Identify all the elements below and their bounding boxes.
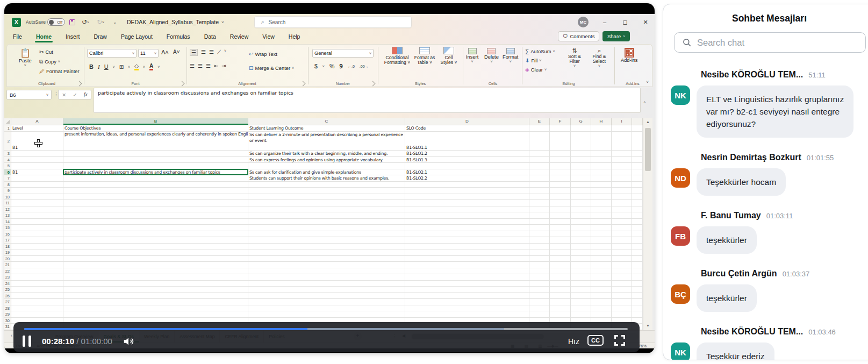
addins-button[interactable]: Add-ins xyxy=(621,48,638,63)
pause-button[interactable] xyxy=(23,336,31,347)
cell-11[interactable] xyxy=(632,200,643,206)
cell-A24[interactable] xyxy=(11,281,63,287)
cell-B20[interactable] xyxy=(63,256,248,262)
row-header-10[interactable]: 10 xyxy=(4,194,11,201)
cell-1[interactable] xyxy=(632,125,643,132)
cell-E27[interactable] xyxy=(529,299,550,305)
cell-A9[interactable] xyxy=(11,188,63,194)
cell-I16[interactable] xyxy=(612,231,632,238)
cell-G13[interactable] xyxy=(571,212,591,219)
cell-G20[interactable] xyxy=(571,256,591,262)
cell-D3[interactable]: B1-SLO1.2 xyxy=(405,151,529,157)
row-header-28[interactable]: 28 xyxy=(4,305,11,312)
scroll-down-icon[interactable]: ▼ xyxy=(643,324,652,327)
formula-bar[interactable]: participate actively in classroom discus… xyxy=(94,88,641,113)
cell-26[interactable] xyxy=(632,293,643,299)
column-header-F[interactable]: F xyxy=(550,118,571,125)
scroll-up-icon[interactable]: ▲ xyxy=(643,120,652,124)
row-header-30[interactable]: 30 xyxy=(4,318,11,324)
cell-C11[interactable] xyxy=(248,200,405,206)
cell-A6[interactable]: B1 xyxy=(11,169,63,176)
cell-H4[interactable] xyxy=(591,157,612,163)
cell-I20[interactable] xyxy=(612,256,632,262)
cell-C26[interactable] xyxy=(248,293,405,299)
row-header-16[interactable]: 16 xyxy=(4,231,11,238)
cell-G23[interactable] xyxy=(571,274,591,281)
cell-H22[interactable] xyxy=(591,268,612,275)
cell-14[interactable] xyxy=(632,219,643,225)
menu-tab-data[interactable]: Data xyxy=(203,33,217,40)
cell-20[interactable] xyxy=(632,256,643,262)
cell-G10[interactable] xyxy=(571,194,591,201)
cell-E12[interactable] xyxy=(529,206,550,213)
cell-C10[interactable] xyxy=(248,194,405,201)
cell-H26[interactable] xyxy=(591,293,612,299)
cell-H1[interactable] xyxy=(591,125,612,132)
cell-I13[interactable] xyxy=(612,212,632,219)
cell-C24[interactable] xyxy=(248,281,405,287)
fill-button[interactable]: ⬇Fill˅ xyxy=(525,56,555,65)
document-title[interactable]: DEDAK_Aligned_Syllabus_Template˅ xyxy=(127,14,224,30)
cell-H29[interactable] xyxy=(591,311,612,318)
cell-I10[interactable] xyxy=(612,194,632,201)
bold-button[interactable]: B xyxy=(89,63,94,70)
column-header-x[interactable] xyxy=(632,118,643,125)
cell-I24[interactable] xyxy=(612,281,632,287)
row-header-13[interactable]: 13 xyxy=(4,212,11,219)
row-header-4[interactable]: 4 xyxy=(4,157,11,163)
cell-A27[interactable] xyxy=(11,299,63,305)
cell-A22[interactable] xyxy=(11,268,63,275)
row-header-11[interactable]: 11 xyxy=(4,200,11,206)
cell-G7[interactable] xyxy=(571,175,591,182)
cell-2[interactable] xyxy=(632,132,643,151)
cell-D18[interactable] xyxy=(405,244,529,250)
column-header-I[interactable]: I xyxy=(612,118,632,125)
cell-G5[interactable] xyxy=(571,163,591,169)
cell-B11[interactable] xyxy=(63,200,248,206)
playback-speed-button[interactable]: Hız xyxy=(568,337,579,346)
cell-C20[interactable] xyxy=(248,256,405,262)
cell-C13[interactable] xyxy=(248,212,405,219)
cell-D17[interactable] xyxy=(405,237,529,244)
cell-24[interactable] xyxy=(632,281,643,287)
cell-D25[interactable] xyxy=(405,287,529,293)
redo-icon[interactable]: ↻˅ xyxy=(97,14,104,30)
cell-5[interactable] xyxy=(632,163,643,169)
cell-16[interactable] xyxy=(632,231,643,238)
cell-B13[interactable] xyxy=(63,212,248,219)
italic-button[interactable]: I xyxy=(98,63,100,70)
cell-A17[interactable] xyxy=(11,237,63,244)
row-header-29[interactable]: 29 xyxy=(4,311,11,318)
row-header-18[interactable]: 18 xyxy=(4,244,11,250)
cell-D20[interactable] xyxy=(405,256,529,262)
save-icon[interactable] xyxy=(69,19,75,25)
menu-tab-formulas[interactable]: Formulas xyxy=(166,33,191,40)
fill-color-button[interactable]: ◇ xyxy=(134,63,139,70)
cell-B10[interactable] xyxy=(63,194,248,201)
wrap-text-button[interactable]: ↩Wrap Text xyxy=(249,50,277,58)
cell-H5[interactable] xyxy=(591,163,612,169)
cell-H13[interactable] xyxy=(591,212,612,219)
cell-I2[interactable] xyxy=(612,132,632,151)
align-right-button[interactable]: ☰ xyxy=(206,63,211,69)
row-header-14[interactable]: 14 xyxy=(4,219,11,225)
cell-E19[interactable] xyxy=(529,249,550,256)
cell-F28[interactable] xyxy=(550,305,571,312)
align-left-button[interactable]: ☰ xyxy=(190,63,195,69)
cell-F16[interactable] xyxy=(550,231,571,238)
cell-E15[interactable] xyxy=(529,225,550,231)
cancel-entry-icon[interactable]: ✕ xyxy=(62,92,66,98)
cell-B16[interactable] xyxy=(63,231,248,238)
cell-I8[interactable] xyxy=(612,182,632,188)
cell-B26[interactable] xyxy=(63,293,248,299)
cell-D27[interactable] xyxy=(405,299,529,305)
cell-F20[interactable] xyxy=(550,256,571,262)
cell-A1[interactable]: Level xyxy=(11,125,63,132)
cell-27[interactable] xyxy=(632,299,643,305)
column-header-C[interactable]: C xyxy=(248,118,405,125)
cell-I3[interactable] xyxy=(612,151,632,157)
cell-I26[interactable] xyxy=(612,293,632,299)
cell-B9[interactable] xyxy=(63,188,248,194)
cell-C25[interactable] xyxy=(248,287,405,293)
cell-G15[interactable] xyxy=(571,225,591,231)
